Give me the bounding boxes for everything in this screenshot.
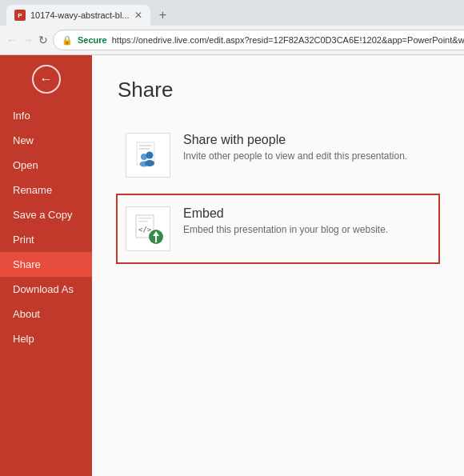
secure-label: Secure xyxy=(78,35,107,45)
embed-title: Embed xyxy=(183,206,388,221)
embed-icon: </> xyxy=(132,213,164,245)
sidebar-item-about[interactable]: About xyxy=(0,302,92,326)
svg-rect-1 xyxy=(139,145,152,146)
page-title: Share xyxy=(118,78,438,102)
main-content: Share Share xyxy=(92,55,464,476)
share-with-people-text: Share with people Invite other people to… xyxy=(183,133,407,162)
sidebar-item-new[interactable]: New xyxy=(0,128,92,153)
active-tab[interactable]: P 10174-wavy-abstract-bl... ✕ xyxy=(6,5,150,26)
sidebar-item-share[interactable]: Share xyxy=(0,252,92,277)
tab-favicon: P xyxy=(14,10,26,21)
svg-point-5 xyxy=(146,152,154,159)
sidebar-item-print[interactable]: Print xyxy=(0,227,92,252)
share-with-people-icon-box xyxy=(126,133,170,178)
sidebar: ← Info New Open Rename Save a Copy Print… xyxy=(0,55,92,476)
sidebar-item-save-a-copy[interactable]: Save a Copy xyxy=(0,202,92,227)
sidebar-item-help[interactable]: Help xyxy=(0,326,92,351)
sidebar-item-open[interactable]: Open xyxy=(0,153,92,178)
address-url: https://onedrive.live.com/edit.aspx?resi… xyxy=(112,35,464,45)
share-with-people-title: Share with people xyxy=(183,133,407,147)
sidebar-item-rename[interactable]: Rename xyxy=(0,178,92,202)
svg-point-6 xyxy=(145,160,154,166)
svg-rect-2 xyxy=(139,148,150,150)
svg-rect-9 xyxy=(138,221,148,222)
people-icon xyxy=(132,139,164,171)
secure-icon: 🔒 xyxy=(62,35,73,46)
sidebar-item-info[interactable]: Info xyxy=(0,103,92,128)
sidebar-back-button[interactable]: ← xyxy=(32,65,61,94)
embed-card[interactable]: </> Embed Embed this presentation in you… xyxy=(118,195,438,262)
refresh-button[interactable]: ↻ xyxy=(38,30,48,50)
tab-close-button[interactable]: ✕ xyxy=(134,10,142,20)
tab-label: 10174-wavy-abstract-bl... xyxy=(30,10,130,20)
forward-button[interactable]: → xyxy=(22,30,34,50)
tab-bar: P 10174-wavy-abstract-bl... ✕ + xyxy=(0,0,464,26)
sidebar-item-download-as[interactable]: Download As xyxy=(0,277,92,302)
svg-text:</>: </> xyxy=(138,226,152,234)
sidebar-menu: Info New Open Rename Save a Copy Print S… xyxy=(0,103,92,351)
svg-rect-8 xyxy=(138,218,151,219)
share-with-people-card[interactable]: Share with people Invite other people to… xyxy=(118,122,438,189)
back-arrow-icon: ← xyxy=(40,72,53,86)
address-bar-row: ← → ↻ 🔒 Secure https://onedrive.live.com… xyxy=(0,26,464,54)
back-button[interactable]: ← xyxy=(6,30,18,50)
embed-icon-box: </> xyxy=(126,206,170,251)
share-with-people-description: Invite other people to view and edit thi… xyxy=(183,150,407,162)
browser-chrome: P 10174-wavy-abstract-bl... ✕ + ← → ↻ 🔒 … xyxy=(0,0,464,55)
address-box[interactable]: 🔒 Secure https://onedrive.live.com/edit.… xyxy=(53,30,464,50)
embed-text: Embed Embed this presentation in your bl… xyxy=(183,206,388,235)
app-container: ← Info New Open Rename Save a Copy Print… xyxy=(0,55,464,476)
new-tab-button[interactable]: + xyxy=(154,6,173,25)
embed-description: Embed this presentation in your blog or … xyxy=(183,224,388,235)
